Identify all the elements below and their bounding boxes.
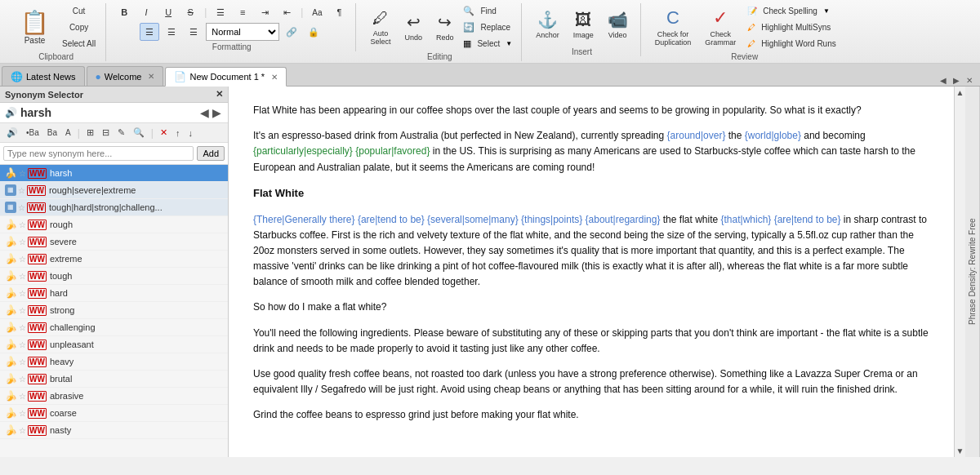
tab-welcome[interactable]: ● Welcome ✕ [87, 66, 164, 86]
scroll-down-button[interactable]: ▼ [955, 445, 966, 457]
syn-tb-btn8[interactable]: 🔍 [130, 126, 148, 140]
list-item[interactable]: 🍌 ☆ WW extreme [0, 251, 228, 268]
select-icon: ▦ [463, 38, 471, 49]
video-button[interactable]: 📹 Video [602, 3, 634, 46]
list-item[interactable]: ▦ ☆ WW rough|severe|extreme [0, 182, 228, 199]
tab-latest-news[interactable]: 🌐 Latest News [2, 66, 85, 86]
select-dropdown-icon[interactable]: ▼ [506, 40, 512, 47]
synonym-word-icon: 🔊 [5, 107, 17, 118]
select-button[interactable]: Select [473, 36, 504, 51]
align-right-button[interactable]: ☰ [184, 23, 203, 41]
banana-icon: 🍌 [5, 390, 17, 402]
syn-tb-btn5[interactable]: ⊞ [83, 126, 97, 140]
clipboard-row: 📋 Paste Cut Copy Select All [13, 3, 99, 51]
document-scroll-area[interactable]: Flat White has been appearing in our cof… [229, 87, 954, 457]
list-item[interactable]: 🍌 ☆ WW brutal [0, 371, 228, 388]
highlight-multisyns-button[interactable]: Highlight MultiSyns [757, 20, 835, 34]
cut-button[interactable]: Cut [59, 3, 99, 18]
synonym-search-input[interactable] [3, 146, 194, 161]
list-item[interactable]: 🍌 ☆ WW harsh [0, 165, 228, 182]
highlight-word-runs-button[interactable]: Highlight Word Runs [757, 36, 840, 51]
pilcrow-button[interactable]: ¶ [329, 3, 349, 21]
list-item[interactable]: 🍌 ☆ WW strong [0, 302, 228, 319]
auto-select-icon: 🖊 [372, 9, 389, 28]
text-case-button[interactable]: Aa [307, 3, 327, 21]
lock-button[interactable]: 🔒 [304, 23, 323, 41]
star-icon: ☆ [19, 238, 26, 246]
syn-tb-Ba[interactable]: Ba [44, 127, 60, 139]
paragraph-4: So how do I make a flat white? [253, 300, 929, 315]
synonym-panel-close[interactable]: ✕ [216, 89, 223, 100]
tab-nav-close[interactable]: ✕ [964, 75, 975, 86]
syn-tb-ba[interactable]: •Ba [23, 127, 42, 139]
paste-button[interactable]: 📋 Paste [13, 7, 56, 47]
synonym-panel-title: Synonym Selector [5, 90, 83, 100]
syn-item-icons: 🍌 ☆ WW [5, 373, 47, 384]
flat-white-heading: Flat White [253, 185, 929, 202]
tab-new-document[interactable]: 📄 New Document 1 * ✕ [165, 67, 287, 87]
outdent-button[interactable]: ⇤ [277, 3, 296, 21]
tab-nav-left[interactable]: ◀ [938, 75, 949, 86]
syn-tb-btn9[interactable]: ✕ [157, 126, 171, 140]
list-item[interactable]: 🍌 ☆ WW unpleasant [0, 336, 228, 353]
find-button[interactable]: Find [476, 3, 500, 18]
numbered-button[interactable]: ≡ [233, 3, 252, 21]
synonym-next-btn[interactable]: ▶ [211, 106, 223, 119]
list-item[interactable]: 🍌 ☆ WW coarse [0, 405, 228, 422]
replace-icon: 🔄 [463, 22, 474, 33]
auto-select-button[interactable]: 🖊 Auto Select [364, 6, 396, 48]
list-item[interactable]: 🍌 ☆ WW abrasive [0, 388, 228, 405]
check-spelling-button[interactable]: Check Spelling [759, 3, 822, 18]
indent-button[interactable]: ⇥ [255, 3, 274, 21]
alt-text-6: {are|tend to be} [358, 214, 425, 225]
syn-tb-speaker[interactable]: 🔊 [3, 126, 21, 140]
list-item[interactable]: ▦ ☆ WW tough|hard|strong|challeng... [0, 199, 228, 216]
welcome-tab-close[interactable]: ✕ [148, 72, 154, 81]
style-dropdown[interactable]: Normal Heading 1 Heading 2 [206, 23, 279, 41]
syn-tb-btn7[interactable]: ✎ [114, 126, 128, 140]
scroll-up-button[interactable]: ▲ [955, 87, 966, 99]
undo-button[interactable]: ↩ Undo [399, 6, 428, 48]
star-icon: ☆ [19, 220, 26, 229]
list-item[interactable]: 🍌 ☆ WW hard [0, 285, 228, 302]
new-doc-tab-label: New Document 1 * [189, 72, 265, 82]
ww-icon: WW [28, 408, 47, 419]
synonym-prev-btn[interactable]: ◀ [198, 106, 211, 119]
list-item[interactable]: 🍌 ☆ WW nasty [0, 422, 228, 439]
list-item[interactable]: 🍌 ☆ WW tough [0, 268, 228, 285]
formatting-row2: ☰ ☰ ☰ Normal Heading 1 Heading 2 🔗 🔒 [140, 23, 323, 41]
strikethrough-button[interactable]: S [180, 3, 200, 21]
underline-button[interactable]: U [158, 3, 178, 21]
syn-tb-btn10[interactable]: ↑ [172, 127, 184, 140]
star-icon: ☆ [19, 409, 26, 418]
tab-nav-right[interactable]: ▶ [951, 75, 962, 86]
ww-icon: WW [28, 322, 47, 333]
check-duplication-button[interactable]: C Check for Duplication [649, 6, 697, 48]
check-grammar-button[interactable]: ✓ Check Grammar [699, 6, 742, 48]
copy-button[interactable]: Copy [59, 20, 99, 34]
anchor-button[interactable]: ⚓ Anchor [530, 3, 565, 46]
list-item[interactable]: 🍌 ☆ WW heavy [0, 353, 228, 371]
syn-item-text: rough|severe|extreme [49, 185, 223, 195]
list-item[interactable]: 🍌 ☆ WW challenging [0, 319, 228, 336]
synonym-add-button[interactable]: Add [197, 146, 225, 161]
new-doc-tab-close[interactable]: ✕ [271, 73, 278, 82]
redo-button[interactable]: ↪ Redo [430, 6, 460, 48]
bold-button[interactable]: B [114, 3, 134, 21]
syn-tb-btn6[interactable]: ⊟ [99, 126, 113, 140]
bullets-button[interactable]: ☰ [211, 3, 230, 21]
syn-item-text: tough|hard|strong|challeng... [49, 202, 223, 212]
syn-tb-btn11[interactable]: ↓ [185, 127, 196, 140]
list-item[interactable]: 🍌 ☆ WW severe [0, 233, 228, 251]
list-item[interactable]: 🍌 ☆ WW rough [0, 216, 228, 233]
align-left-button[interactable]: ☰ [140, 23, 159, 41]
ww-icon: WW [28, 237, 47, 247]
italic-button[interactable]: I [136, 3, 156, 21]
replace-button[interactable]: Replace [476, 20, 514, 34]
select-all-button[interactable]: Select All [59, 36, 99, 51]
link-button[interactable]: 🔗 [282, 23, 301, 41]
spell-dropdown-icon[interactable]: ▼ [823, 7, 830, 15]
align-center-button[interactable]: ☰ [162, 23, 181, 41]
image-button[interactable]: 🖼 Image [568, 3, 599, 46]
syn-tb-A[interactable]: A [62, 127, 74, 139]
